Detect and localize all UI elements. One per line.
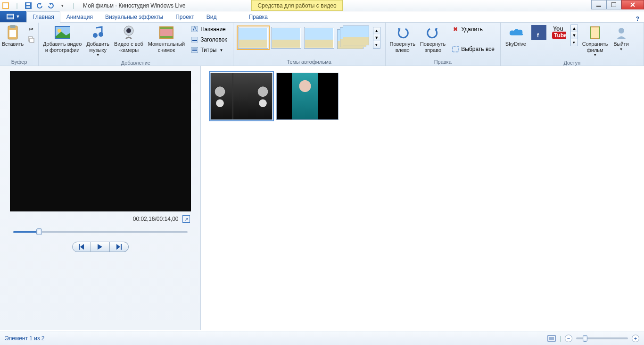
rotate-right-button[interactable]: Повернуть вправо [418,24,448,54]
gallery-expand-icon[interactable]: ▾ [571,39,578,46]
clip-thumbnail[interactable] [210,73,272,120]
maximize-button[interactable] [606,0,621,9]
file-menu[interactable]: ▼ [0,11,26,22]
zoom-thumb[interactable] [583,335,587,342]
play-button[interactable] [91,242,110,252]
minimize-button[interactable] [591,0,606,9]
scroll-down-icon[interactable]: ▼ [571,32,578,39]
copy-button[interactable] [25,35,37,44]
skydrive-icon [508,25,523,40]
snapshot-button[interactable]: Моментальный снимок [146,24,187,54]
group-label-clipboard: Буфер [0,59,38,66]
app-icon[interactable] [1,1,10,10]
add-caption-button[interactable]: Заголовок [189,35,229,44]
skydrive-button[interactable]: SkyDrive [503,24,529,49]
snapshot-label: Моментальный снимок [148,41,185,53]
storyboard[interactable] [201,66,644,330]
share-gallery-more[interactable]: ▲ ▼ ▾ [570,25,578,46]
add-media-button[interactable]: Добавить видео и фотографии [41,24,84,54]
fullscreen-button[interactable]: ↗ [182,215,190,223]
svg-text:Tube: Tube [554,32,566,39]
file-menu-icon [7,14,14,19]
chevron-down-icon: ▼ [593,53,597,57]
save-icon[interactable] [24,1,33,10]
svg-rect-32 [192,49,197,50]
svg-rect-12 [10,25,16,28]
add-media-label: Добавить видео и фотографии [43,41,82,53]
add-music-label: Добавить музыку [86,41,109,53]
paste-button[interactable]: Вставить [2,24,24,49]
group-label-themes: Темы автофильма [233,59,385,66]
seek-slider[interactable] [13,228,188,235]
quick-access-toolbar: | ▾ | [0,0,79,11]
add-credits-button[interactable]: Титры▼ [189,45,229,55]
playhead[interactable] [232,73,233,120]
svg-rect-15 [30,38,34,42]
svg-rect-33 [192,50,197,51]
svg-rect-5 [596,6,601,7]
tab-project[interactable]: Проект [169,11,200,22]
clip-thumbnail[interactable] [276,73,339,120]
gallery-expand-icon[interactable]: ▾ [373,41,380,48]
seek-thumb[interactable] [36,228,42,235]
delete-button[interactable]: ✖Удалить [450,25,496,34]
svg-rect-9 [8,16,13,17]
tab-view[interactable]: Вид [200,11,223,22]
svg-rect-34 [453,46,458,52]
undo-icon[interactable] [35,1,44,10]
tab-visual-effects[interactable]: Визуальные эффекты [99,11,169,22]
title-bar: | ▾ | Мой фильм - Киностудия Windows Liv… [0,0,644,11]
help-icon[interactable]: ? [631,16,644,22]
add-title-button[interactable]: AНазвание [189,25,229,34]
fit-button[interactable] [547,335,556,342]
scroll-down-icon[interactable]: ▼ [373,34,380,42]
tab-video-edit[interactable]: Правка [242,11,274,22]
title-text-icon: A [191,25,198,33]
scroll-up-icon[interactable]: ▲ [373,27,380,34]
svg-point-22 [126,28,131,33]
add-music-button[interactable]: Добавить музыку ▼ [84,24,112,59]
next-frame-button[interactable] [110,242,129,252]
svg-rect-42 [590,26,591,39]
save-movie-button[interactable]: Сохранить фильм ▼ [580,24,611,59]
qat-separator: | [12,1,22,10]
zoom-in-button[interactable]: + [632,335,639,342]
rotate-left-button[interactable]: Повернуть влево [388,24,418,54]
snapshot-icon [159,25,174,40]
theme-thumbnail[interactable] [337,25,370,50]
group-label-edit: Правка [386,59,500,66]
preview-controls: 00:02,16/00:14,00 ↗ [10,211,191,252]
cut-button[interactable]: ✂ [25,25,37,34]
redo-icon[interactable] [46,1,56,10]
timecode: 00:02,16/00:14,00 [133,216,179,222]
qat-dropdown-icon[interactable]: ▾ [58,1,67,10]
status-text: Элемент 1 из 2 [5,335,45,342]
film-icon [587,25,603,40]
chevron-down-icon: ▼ [619,47,623,51]
svg-rect-3 [26,3,30,5]
video-preview[interactable] [10,71,191,211]
svg-point-19 [93,33,98,38]
facebook-button[interactable]: f [529,24,549,42]
rotate-left-label: Повернуть влево [390,41,415,53]
theme-thumbnail[interactable] [304,27,334,49]
sign-out-button[interactable]: Выйти ▼ [611,24,632,53]
select-all-button[interactable]: Выбрать все [450,44,496,54]
svg-rect-41 [591,27,599,38]
webcam-button[interactable]: Видео с веб -камеры [112,24,146,54]
theme-thumbnail[interactable] [238,27,268,49]
contextual-tab-header: Средства для работы с видео [251,0,342,11]
ribbon: Вставить ✂ Буфер Добавить видео и фотогр… [0,23,644,66]
tab-animation[interactable]: Анимация [60,11,99,22]
themes-gallery-more[interactable]: ▲ ▼ ▾ [373,27,380,49]
prev-frame-button[interactable] [72,242,91,252]
svg-rect-30 [192,40,197,41]
theme-thumbnail[interactable] [271,27,301,49]
zoom-slider[interactable] [576,337,628,339]
tab-home[interactable]: Главная [26,11,60,23]
scroll-up-icon[interactable]: ▲ [571,25,578,32]
zoom-out-button[interactable]: − [565,335,572,342]
youtube-button[interactable]: YouTube [549,24,569,42]
svg-rect-13 [9,30,16,37]
close-button[interactable] [621,0,644,9]
